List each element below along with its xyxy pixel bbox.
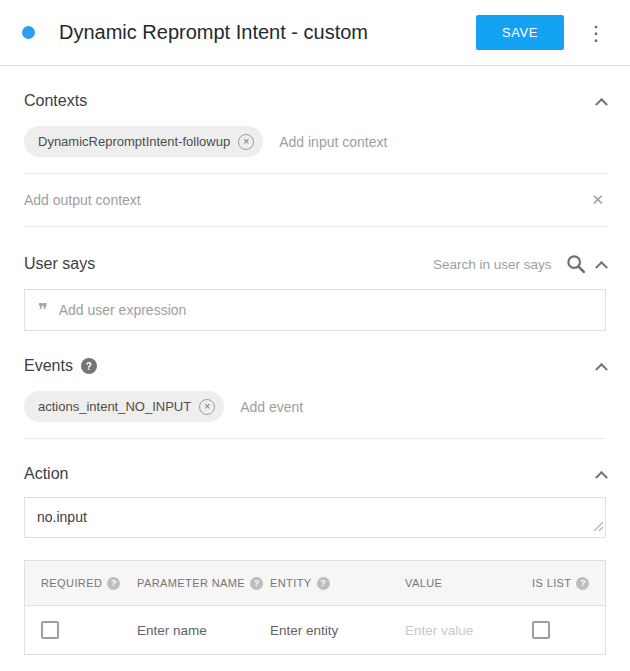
input-context-remove-icon[interactable]: × <box>238 134 254 150</box>
events-row: actions_intent_NO_INPUT × <box>24 383 606 439</box>
parameter-name-field[interactable] <box>137 623 237 638</box>
events-collapse-chevron-up-icon[interactable] <box>595 362 608 375</box>
event-chip: actions_intent_NO_INPUT × <box>24 391 224 422</box>
contexts-section: Contexts DynamicRepromptIntent-followup … <box>24 92 606 227</box>
input-context-chip: DynamicRepromptIntent-followup × <box>24 126 263 157</box>
user-says-section: User says ❞ <box>24 253 606 331</box>
user-says-collapse-chevron-up-icon[interactable] <box>595 260 608 273</box>
quote-icon: ❞ <box>38 301 48 319</box>
header-is-list-label: IS LIST <box>532 577 571 589</box>
events-title: Events <box>24 357 73 375</box>
parameters-table: REQUIRED ? PARAMETER NAME ? ENTITY ? VAL… <box>24 560 606 655</box>
header-required-label: REQUIRED <box>41 577 102 589</box>
required-help-icon[interactable]: ? <box>107 577 120 590</box>
header-value-label: VALUE <box>405 577 442 589</box>
add-output-context-field[interactable] <box>24 192 589 208</box>
action-section: Action no.input <box>24 465 606 538</box>
action-value-box: no.input <box>24 497 606 538</box>
intent-priority-dot[interactable] <box>22 26 35 39</box>
kebab-menu-icon[interactable]: ⋮ <box>580 19 612 47</box>
action-collapse-chevron-up-icon[interactable] <box>595 470 608 483</box>
intent-editor-page: Dynamic Reprompt Intent - custom SAVE ⋮ … <box>0 0 630 665</box>
parameter-entity-field[interactable] <box>270 623 370 638</box>
contexts-collapse-chevron-up-icon[interactable] <box>595 97 608 110</box>
entity-help-icon[interactable]: ? <box>317 577 330 590</box>
action-title: Action <box>24 465 68 483</box>
parameter-value-field[interactable] <box>405 623 505 638</box>
user-says-title: User says <box>24 255 95 273</box>
event-chip-label: actions_intent_NO_INPUT <box>38 399 191 414</box>
clear-output-context-icon[interactable]: ✕ <box>589 191 606 209</box>
header-value: VALUE <box>389 577 516 589</box>
header-entity: ENTITY ? <box>254 577 389 590</box>
events-section: Events ? actions_intent_NO_INPUT × <box>24 357 606 439</box>
events-help-icon[interactable]: ? <box>81 358 97 374</box>
add-event-field[interactable] <box>240 399 606 415</box>
add-user-expression-field[interactable] <box>59 302 592 318</box>
contexts-section-head: Contexts <box>24 92 606 110</box>
contexts-title: Contexts <box>24 92 87 110</box>
user-expression-box: ❞ <box>24 289 606 331</box>
header-is-list: IS LIST ? <box>516 577 605 590</box>
search-icon[interactable] <box>565 253 587 275</box>
header-parameter-name-label: PARAMETER NAME <box>137 577 245 589</box>
input-context-chip-label: DynamicRepromptIntent-followup <box>38 134 230 149</box>
page-title: Dynamic Reprompt Intent - custom <box>59 21 476 44</box>
add-input-context-field[interactable] <box>279 134 606 150</box>
is-list-help-icon[interactable]: ? <box>576 577 589 590</box>
header-parameter-name: PARAMETER NAME ? <box>121 577 254 590</box>
action-value-field[interactable]: no.input <box>25 498 605 537</box>
events-section-head: Events ? <box>24 357 606 375</box>
parameter-row <box>25 606 605 654</box>
search-user-says-input[interactable] <box>433 257 555 272</box>
action-section-head: Action <box>24 465 606 483</box>
input-contexts-row: DynamicRepromptIntent-followup × <box>24 118 606 174</box>
intent-header: Dynamic Reprompt Intent - custom SAVE ⋮ <box>0 0 630 66</box>
header-required: REQUIRED ? <box>25 577 121 590</box>
parameters-table-header: REQUIRED ? PARAMETER NAME ? ENTITY ? VAL… <box>25 561 605 606</box>
output-contexts-row: ✕ <box>24 174 606 227</box>
header-entity-label: ENTITY <box>270 577 312 589</box>
user-says-section-head: User says <box>24 253 606 275</box>
event-remove-icon[interactable]: × <box>199 399 215 415</box>
intent-body: Contexts DynamicRepromptIntent-followup … <box>0 92 630 665</box>
is-list-checkbox[interactable] <box>532 621 550 639</box>
required-checkbox[interactable] <box>41 621 59 639</box>
save-button[interactable]: SAVE <box>476 15 564 50</box>
